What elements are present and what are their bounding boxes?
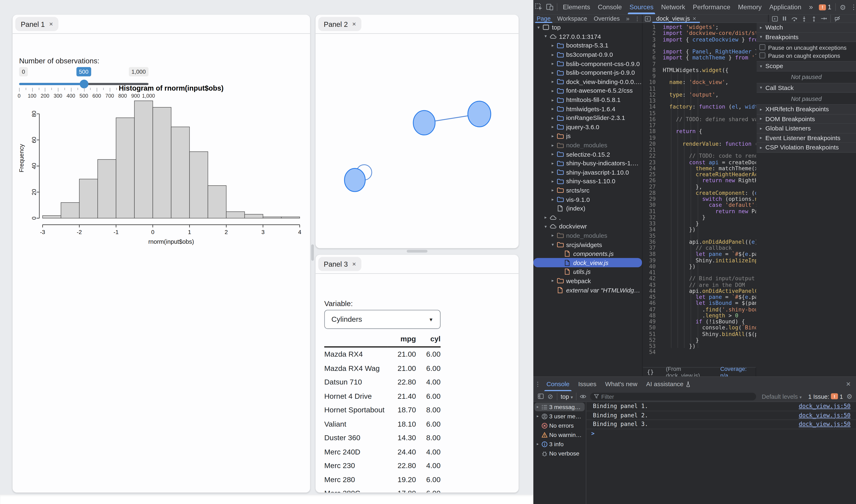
line-number[interactable]: 36 <box>643 239 659 245</box>
line-number[interactable]: 54 <box>643 349 659 355</box>
close-icon[interactable]: × <box>352 260 356 268</box>
step-into-icon[interactable] <box>799 15 809 22</box>
line-number[interactable]: 31 <box>643 208 659 214</box>
line-number[interactable]: 50 <box>643 325 659 331</box>
chevron-right-icon[interactable]: ▸ <box>550 278 556 283</box>
line-number[interactable]: 24 <box>643 165 659 171</box>
tree-item-bootstrap-5.3.1[interactable]: ▸bootstrap-5.3.1 <box>534 41 642 50</box>
chevron-right-icon[interactable]: ▸ <box>550 124 556 129</box>
panel-1-tab[interactable]: Panel 1 × <box>15 17 58 31</box>
line-number[interactable]: 28 <box>643 190 659 196</box>
more-tabs-button[interactable]: » <box>805 0 817 14</box>
vertical-splitter-handle[interactable] <box>311 245 314 261</box>
close-icon[interactable]: × <box>352 20 356 28</box>
inspect-element-icon[interactable] <box>534 2 544 13</box>
clear-console-icon[interactable]: ⊘ <box>545 393 555 400</box>
tree-item-webpack[interactable]: ▸webpack <box>534 276 642 285</box>
tree-item-shiny-busy-indicators-1.10.0[interactable]: ▸shiny-busy-indicators-1.10.0 <box>534 159 642 168</box>
tree-item-js[interactable]: ▸js <box>534 131 642 141</box>
chevron-down-icon[interactable]: ▾ <box>543 34 548 39</box>
chevron-right-icon[interactable]: ▸ <box>550 88 556 93</box>
sources-tab-workspace[interactable]: Workspace <box>554 15 591 23</box>
tab-performance[interactable]: Performance <box>689 0 734 14</box>
tree-item-srcts-src[interactable]: ▸srcts/src <box>534 186 642 195</box>
section-dom-breakpoints[interactable]: ▸DOM Breakpoints <box>757 114 856 124</box>
tree-item-shiny-sass-1.10.0[interactable]: ▸shiny-sass-1.10.0 <box>534 177 642 186</box>
section-event-listener-breakpoints[interactable]: ▸Event Listener Breakpoints <box>757 133 856 143</box>
line-number[interactable]: 22 <box>643 153 659 159</box>
live-expression-eye-icon[interactable] <box>578 393 588 400</box>
step-out-icon[interactable] <box>809 15 819 22</box>
console-filter-error[interactable]: No errors <box>535 421 584 430</box>
editor-gutter[interactable]: 1234567891011121314151617181920212223242… <box>643 24 659 355</box>
line-number[interactable]: 32 <box>643 214 659 220</box>
line-number[interactable]: 26 <box>643 178 659 184</box>
message-source-link[interactable]: dock_view.js:50 <box>799 420 851 429</box>
line-number[interactable]: 19 <box>643 134 659 141</box>
more-options-icon[interactable]: ⋮ <box>848 2 856 13</box>
tab-elements[interactable]: Elements <box>559 0 594 14</box>
panel-3-tab[interactable]: Panel 3 × <box>318 257 362 271</box>
tab-console[interactable]: Console <box>594 0 626 14</box>
message-source-link[interactable]: dock_view.js:50 <box>799 411 851 419</box>
deactivate-breakpoints-icon[interactable] <box>833 15 842 22</box>
line-number[interactable]: 40 <box>643 263 659 270</box>
line-number[interactable]: 2 <box>643 30 659 36</box>
tree-item-top[interactable]: ▾top <box>534 23 642 32</box>
line-number[interactable]: 12 <box>643 91 659 97</box>
console-prompt[interactable]: > <box>586 429 856 438</box>
line-number[interactable]: 20 <box>643 141 659 147</box>
tree-item-font-awesome-6.5.2-css[interactable]: ▸font-awesome-6.5.2/css <box>534 86 642 95</box>
tree-item-components.js[interactable]: components.js <box>534 249 642 258</box>
message-source-link[interactable]: dock_view.js:50 <box>799 402 851 411</box>
step-icon[interactable] <box>819 15 829 22</box>
section-call-stack[interactable]: ▾Call Stack <box>757 83 856 93</box>
line-number[interactable]: 18 <box>643 128 659 134</box>
line-number[interactable]: 30 <box>643 202 659 208</box>
line-number[interactable]: 23 <box>643 159 659 165</box>
line-number[interactable]: 16 <box>643 116 659 122</box>
network-node-3[interactable] <box>345 168 365 192</box>
step-over-icon[interactable] <box>789 15 799 22</box>
line-number[interactable]: 48 <box>643 312 659 319</box>
tree-item-dock-view.js[interactable]: dock_view.js <box>534 258 642 267</box>
chevron-right-icon[interactable]: ▸ <box>550 43 556 48</box>
line-number[interactable]: 4 <box>643 42 659 49</box>
network-node-1[interactable] <box>413 110 435 135</box>
tab-memory[interactable]: Memory <box>734 0 766 14</box>
line-number[interactable]: 52 <box>643 337 659 343</box>
line-number[interactable]: 46 <box>643 300 659 306</box>
tree-item-dock-view-binding-0.0.0.9000[interactable]: ▸dock_view-binding-0.0.0.9000 <box>534 77 642 86</box>
console-filter-input[interactable]: Filter <box>590 393 756 400</box>
line-number[interactable]: 35 <box>643 233 659 239</box>
chevron-right-icon[interactable]: ▸ <box>550 115 556 121</box>
variable-select[interactable]: Cylinders ▼ <box>324 310 441 329</box>
line-number[interactable]: 39 <box>643 257 659 263</box>
line-number[interactable]: 8 <box>643 67 659 73</box>
close-drawer-icon[interactable]: ✕ <box>843 379 854 390</box>
line-number[interactable]: 34 <box>643 227 659 233</box>
line-number[interactable]: 13 <box>643 97 659 104</box>
tree-item--index-[interactable]: (index) <box>534 204 642 213</box>
line-number[interactable]: 44 <box>643 288 659 294</box>
tab-network[interactable]: Network <box>657 0 689 14</box>
issues-badge[interactable]: ! 1 <box>819 3 832 11</box>
line-number[interactable]: 6 <box>643 55 659 61</box>
network-node-2[interactable] <box>468 101 491 127</box>
settings-gear-icon[interactable]: ⚙ <box>837 2 849 13</box>
line-number[interactable]: 17 <box>643 122 659 128</box>
console-settings-gear-icon[interactable]: ⚙ <box>844 391 855 402</box>
chevron-right-icon[interactable]: ▸ <box>550 52 556 57</box>
chevron-right-icon[interactable]: ▸ <box>550 170 556 175</box>
tree-item-htmltools-fill-0.5.8.1[interactable]: ▸htmltools-fill-0.5.8.1 <box>534 95 642 104</box>
context-selector[interactable]: top ▾ <box>559 393 574 400</box>
close-icon[interactable]: × <box>49 20 53 28</box>
section-watch[interactable]: ▸Watch <box>757 23 856 32</box>
line-number[interactable]: 7 <box>643 61 659 67</box>
section-csp-violation-breakpoints[interactable]: ▸CSP Violation Breakpoints <box>757 143 856 152</box>
line-number[interactable]: 51 <box>643 331 659 337</box>
tree-item-node-modules[interactable]: ▸node_modules <box>534 141 642 150</box>
chevron-down-icon[interactable]: ▾ <box>536 25 542 30</box>
line-number[interactable]: 1 <box>643 24 659 30</box>
checkbox[interactable] <box>759 44 765 50</box>
